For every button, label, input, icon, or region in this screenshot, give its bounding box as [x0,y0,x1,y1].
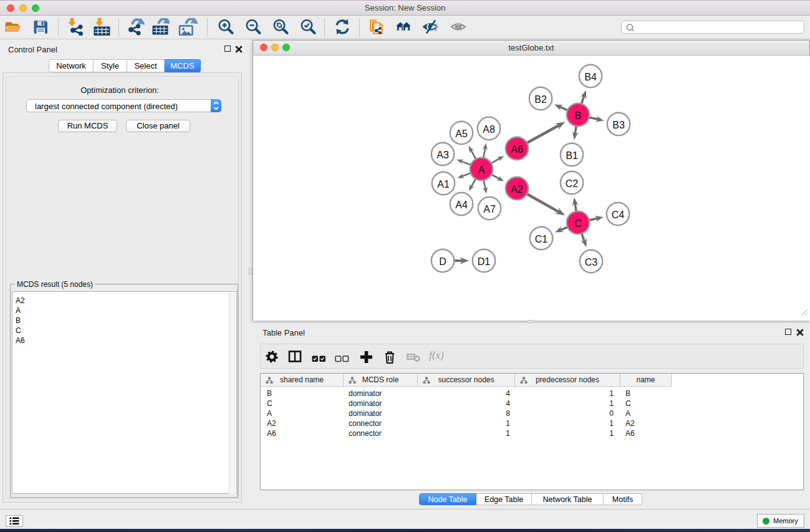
svg-text:A8: A8 [483,124,495,135]
svg-text:A3: A3 [436,150,449,160]
svg-text:B2: B2 [534,94,547,105]
svg-text:B1: B1 [566,150,578,161]
svg-text:A: A [478,165,485,175]
svg-text:C1: C1 [535,234,548,244]
svg-text:D: D [439,256,446,267]
svg-text:A5: A5 [455,128,468,139]
svg-text:B: B [575,110,582,121]
svg-text:B3: B3 [612,120,625,130]
svg-text:D1: D1 [478,256,491,267]
svg-text:C3: C3 [585,257,598,268]
svg-text:C4: C4 [612,210,625,220]
svg-text:A4: A4 [455,200,468,210]
svg-text:C: C [574,218,582,229]
svg-text:C2: C2 [566,178,579,189]
svg-text:A1: A1 [437,179,450,190]
svg-text:A2: A2 [511,184,523,195]
svg-text:B4: B4 [584,72,597,82]
svg-text:A6: A6 [511,144,523,155]
svg-text:A7: A7 [483,204,496,215]
